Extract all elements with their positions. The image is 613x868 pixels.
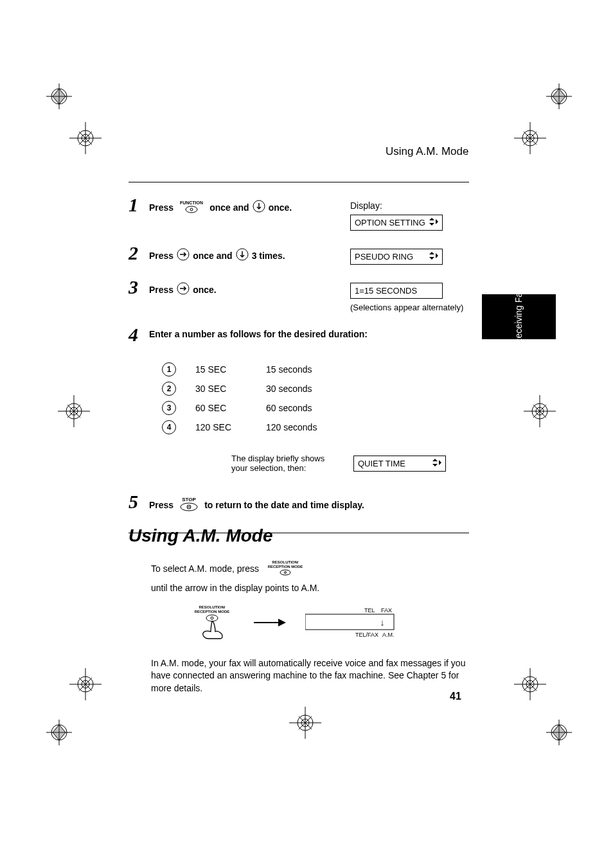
- section-paragraph: In A.M. mode, your fax will automaticall…: [151, 657, 472, 695]
- lcd-text: OPTION SETTING: [355, 218, 425, 227]
- section-body: To select A.M. mode, press RESOLUTION/ R…: [151, 559, 472, 695]
- step-number: 3: [129, 278, 143, 312]
- stop-button-icon: STOP: [176, 496, 202, 513]
- step-number: 2: [129, 244, 143, 265]
- registration-mark: [58, 395, 90, 427]
- text: Press: [149, 251, 173, 261]
- updown-right-icon: [432, 459, 441, 468]
- text: To select A.M. mode, press: [151, 563, 259, 576]
- step-4-intro: Enter a number as follows for the desire…: [149, 329, 368, 339]
- lcd-label: FAX: [381, 607, 392, 614]
- hand-press-icon: RESOLUTION/ RECEPTION MODE: [190, 603, 235, 646]
- keypad-number-icon: 3: [162, 401, 176, 415]
- registration-mark: [514, 122, 546, 154]
- text: once and: [209, 202, 249, 213]
- updown-right-icon: [429, 218, 438, 227]
- chapter-tab: 3. Receiving Faxes: [482, 294, 556, 339]
- reception-mode-button-icon: RESOLUTION/ RECEPTION MODE: [262, 559, 309, 580]
- option-desc: 30 seconds: [266, 384, 343, 394]
- registration-mark: [524, 395, 556, 427]
- option-label: 30 SEC: [195, 384, 247, 394]
- note: (Selections appear alternately): [350, 303, 469, 312]
- mode-diagram: RESOLUTION/ RECEPTION MODE TEL FAX ↓: [190, 603, 472, 646]
- svg-text:STOP: STOP: [182, 497, 196, 502]
- down-arrow-button-icon: [252, 199, 266, 215]
- step-4-note: The display briefly shows your selection…: [231, 454, 341, 473]
- registration-mark: [289, 707, 321, 739]
- section-title: Using A.M. Mode: [129, 526, 273, 546]
- lcd-display: PSEUDO RING: [350, 249, 443, 265]
- step-1: 1 Press FUNCTION once and o: [129, 189, 469, 237]
- step-number: 4: [129, 325, 143, 344]
- option-label: 120 SEC: [195, 422, 247, 432]
- down-arrow-button-icon: [235, 247, 249, 263]
- lcd-text: QUIET TIME: [358, 459, 405, 468]
- right-arrow-button-icon: [176, 281, 190, 297]
- updown-right-icon: [429, 252, 438, 261]
- registration-mark: [69, 668, 102, 700]
- step-2: 2 Press once and 3 times. PSEUDO RING: [129, 237, 469, 271]
- number-option-row: 115 SEC15 seconds: [162, 362, 469, 376]
- function-button-icon: FUNCTION: [176, 199, 207, 215]
- svg-point-67: [285, 572, 287, 574]
- lcd-label: TEL: [364, 607, 375, 614]
- registration-mark: [527, 700, 572, 745]
- svg-text:RECEPTION MODE: RECEPTION MODE: [195, 610, 230, 614]
- registration-mark: [69, 122, 102, 154]
- svg-point-66: [280, 570, 290, 575]
- arrow-right-icon: [254, 616, 286, 633]
- text: 3 times.: [252, 251, 285, 261]
- keypad-number-icon: 2: [162, 382, 176, 396]
- option-label: 15 SEC: [195, 364, 247, 375]
- page: Using A.M. Mode 3. Receiving Faxes 1 Pre…: [0, 0, 613, 868]
- step-3: 3 Press once. 1=15 SECONDS (Selections a…: [129, 271, 469, 319]
- text: once.: [269, 202, 292, 213]
- steps-box: 1 Press FUNCTION once and o: [129, 182, 469, 533]
- number-option-row: 360 SEC60 seconds: [162, 401, 469, 415]
- option-label: 60 SEC: [195, 403, 247, 413]
- page-number: 41: [450, 691, 461, 702]
- text: once.: [193, 285, 217, 295]
- lcd-display: QUIET TIME: [353, 456, 446, 472]
- page-header: Using A.M. Mode: [386, 145, 468, 158]
- svg-text:RESOLUTION/: RESOLUTION/: [272, 560, 299, 564]
- display-label: Display:: [350, 200, 469, 211]
- svg-text:FUNCTION: FUNCTION: [180, 200, 203, 205]
- svg-point-71: [211, 617, 213, 619]
- step-4: 4 Enter a number as follows for the desi…: [129, 319, 469, 479]
- text: to return to the date and time display.: [204, 500, 364, 510]
- svg-text:RECEPTION MODE: RECEPTION MODE: [268, 565, 303, 569]
- lcd-display: OPTION SETTING: [350, 215, 443, 231]
- text: Press: [149, 202, 173, 213]
- step-number: 1: [129, 195, 143, 231]
- lcd-label: A.M.: [382, 632, 395, 638]
- svg-text:↓: ↓: [380, 617, 385, 628]
- right-arrow-button-icon: [176, 247, 190, 263]
- registration-mark: [514, 668, 546, 700]
- text: until the arrow in the display points to…: [151, 582, 319, 595]
- option-desc: 120 seconds: [266, 422, 343, 432]
- option-desc: 15 seconds: [266, 364, 343, 375]
- text: once and: [193, 251, 232, 261]
- step-4-options: 115 SEC15 seconds230 SEC30 seconds360 SE…: [149, 357, 469, 439]
- lcd-label: TEL/FAX: [355, 632, 378, 638]
- lcd-text: PSEUDO RING: [355, 252, 413, 261]
- svg-point-55: [186, 206, 197, 213]
- keypad-number-icon: 4: [162, 420, 176, 434]
- svg-text:RESOLUTION/: RESOLUTION/: [199, 605, 225, 609]
- lcd-display: 1=15 SECONDS: [350, 283, 443, 299]
- svg-point-56: [190, 208, 193, 211]
- text: Press: [149, 285, 173, 295]
- text: Press: [149, 500, 173, 510]
- lcd-text: 1=15 SECONDS: [355, 286, 417, 296]
- keypad-number-icon: 1: [162, 362, 176, 376]
- chapter-tab-label: 3. Receiving Faxes: [514, 278, 524, 355]
- step-number: 5: [129, 492, 143, 513]
- number-option-row: 230 SEC30 seconds: [162, 382, 469, 396]
- option-desc: 60 seconds: [266, 403, 343, 413]
- mode-lcd: TEL FAX ↓ TEL/FAX A.M.: [305, 607, 395, 642]
- svg-point-70: [206, 615, 218, 621]
- step-5: 5 Press STOP to return to the date and t…: [129, 479, 469, 520]
- registration-mark: [46, 700, 91, 745]
- number-option-row: 4120 SEC120 seconds: [162, 420, 469, 434]
